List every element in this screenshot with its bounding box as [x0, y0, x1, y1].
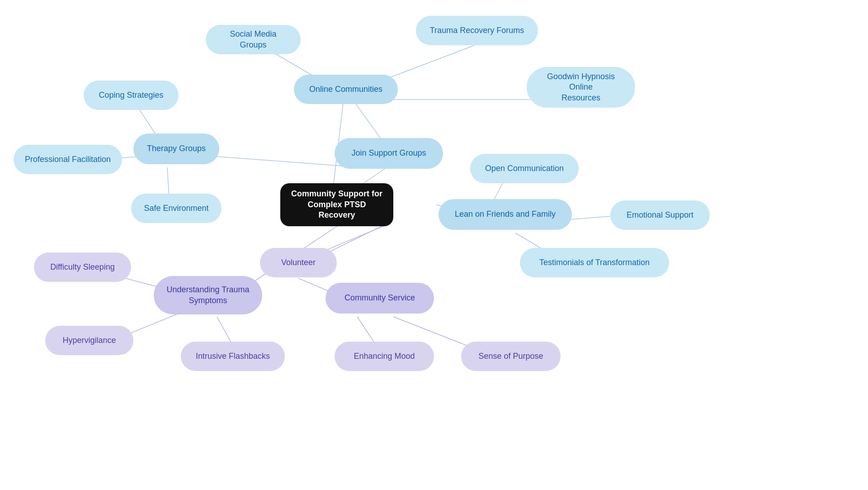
social-media-node: Social Media Groups	[206, 25, 301, 54]
therapy-groups-node: Therapy Groups	[133, 133, 219, 164]
difficulty-sleeping-node: Difficulty Sleeping	[34, 252, 131, 282]
community-service-node: Community Service	[326, 283, 434, 314]
online-communities-node: Online Communities	[294, 75, 398, 104]
safe-environment-node: Safe Environment	[131, 194, 222, 223]
understanding-trauma-node: Understanding Trauma Symptoms	[154, 276, 262, 314]
coping-strategies-node: Coping Strategies	[84, 81, 179, 110]
intrusive-flashbacks-node: Intrusive Flashbacks	[181, 342, 285, 371]
center-node: Community Support for Complex PTSD Recov…	[280, 183, 393, 226]
emotional-support-node: Emotional Support	[610, 200, 710, 230]
lean-friends-node: Lean on Friends and Family	[439, 199, 572, 230]
volunteer-node: Volunteer	[260, 248, 337, 277]
trauma-forums-node: Trauma Recovery Forums	[416, 16, 538, 45]
join-support-node: Join Support Groups	[335, 138, 443, 169]
enhancing-mood-node: Enhancing Mood	[335, 342, 434, 371]
professional-facilitation-node: Professional Facilitation	[14, 145, 122, 174]
sense-of-purpose-node: Sense of Purpose	[461, 342, 561, 371]
open-communication-node: Open Communication	[470, 154, 579, 183]
testimonials-node: Testimonials of Transformation	[520, 248, 669, 277]
goodwin-node: Goodwin Hypnosis Online Resources	[527, 67, 635, 108]
hypervigilance-node: Hypervigilance	[45, 326, 133, 355]
